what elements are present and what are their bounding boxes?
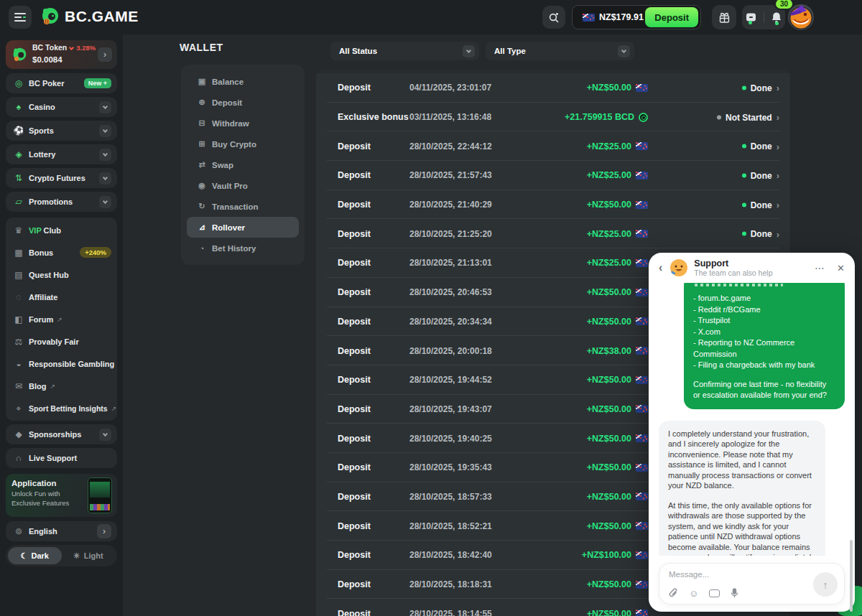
sun-icon: ☀ xyxy=(73,551,80,561)
transaction-status[interactable]: Done › xyxy=(742,170,779,181)
transaction-status[interactable]: Done › xyxy=(742,228,779,239)
transaction-amount: +NZ$50.00 xyxy=(587,404,648,414)
divider xyxy=(764,11,764,23)
transaction-status[interactable]: Not Started › xyxy=(717,112,779,123)
sidebar-item-quest-hub[interactable]: ▤ Quest Hub xyxy=(6,263,117,286)
transaction-row[interactable]: Deposit 04/11/2025, 23:01:07 +NZ$50.00 D… xyxy=(316,73,790,103)
sidebar-item-provably-fair[interactable]: ⚖ Provably Fair xyxy=(6,330,117,353)
transaction-row[interactable]: Deposit 28/10/2025, 21:57:43 +NZ$25.00 D… xyxy=(316,161,790,190)
transaction-type: Deposit xyxy=(338,521,371,531)
bell-icon[interactable] xyxy=(771,11,782,24)
gift-icon: ▦ xyxy=(11,248,26,258)
more-options-icon[interactable]: ⋯ xyxy=(815,262,825,274)
chevron-down-icon[interactable] xyxy=(99,149,111,161)
menu-icon[interactable] xyxy=(9,6,32,29)
sidebar-links-group: ♛ VIP Club ▦ Bonus +240% ▤ Quest Hub ◌ A… xyxy=(6,218,117,421)
sidebar-item-lottery[interactable]: ◈ Lottery xyxy=(6,144,117,164)
wallet-item-label: Bet History xyxy=(212,244,256,253)
deposit-button[interactable]: Deposit xyxy=(645,7,698,27)
transaction-amount: +NZ$50.00 xyxy=(587,317,648,327)
search-icon[interactable] xyxy=(542,6,565,29)
sidebar-item-sport-betting-insights[interactable]: ⌖ Sport Betting Insights ↗ xyxy=(6,397,117,419)
transaction-datetime: 28/10/2025, 20:00:18 xyxy=(409,346,492,356)
chevron-down-icon[interactable] xyxy=(99,196,111,208)
sidebar-item-casino[interactable]: ♠ Casino xyxy=(6,97,117,117)
status-label: Not Started xyxy=(726,112,772,122)
chevron-down-icon[interactable] xyxy=(99,125,111,137)
currency-icon xyxy=(636,142,648,150)
wallet-menu-item[interactable]: ⊿ Rollover xyxy=(187,217,299,238)
clipped-text-line xyxy=(695,284,783,286)
wallet-menu-item[interactable]: ⊟ Withdraw xyxy=(187,113,299,134)
transaction-row[interactable]: Deposit 28/10/2025, 21:25:20 +NZ$25.00 D… xyxy=(316,219,790,248)
wallet-item-icon: ◔ xyxy=(195,244,208,253)
chevron-right-icon: › xyxy=(777,200,779,210)
transaction-status[interactable]: Done › xyxy=(742,141,779,151)
transaction-row[interactable]: Deposit 28/10/2025, 22:44:12 +NZ$25.00 D… xyxy=(316,131,790,161)
status-filter-dropdown[interactable]: All Status xyxy=(330,42,479,60)
transaction-datetime: 28/10/2025, 18:14:55 xyxy=(409,609,492,616)
sidebar-item-sports[interactable]: ⚽ Sports xyxy=(6,121,117,141)
chevron-down-icon[interactable] xyxy=(99,101,111,113)
sidebar-item-live-support[interactable]: ∩ Live Support xyxy=(6,448,117,468)
currency-selector[interactable]: NZ$179.91 Deposit xyxy=(572,5,701,29)
wallet-menu-item[interactable]: ⊕ Deposit xyxy=(187,92,299,113)
wallet-menu-item[interactable]: ↻ Transaction xyxy=(187,196,299,217)
transaction-status[interactable]: Done › xyxy=(742,83,779,93)
sidebar-item-vip-club[interactable]: ♛ VIP Club xyxy=(6,219,117,241)
wallet-menu-item[interactable]: ⇄ Swap xyxy=(187,154,299,175)
chevron-right-icon[interactable]: › xyxy=(97,524,111,538)
chevron-down-icon[interactable] xyxy=(99,172,111,185)
transaction-amount: +NZ$50.00 xyxy=(587,492,648,502)
transaction-amount: +NZ$38.00 xyxy=(587,346,648,356)
wallet-menu-item[interactable]: ▣ Balance xyxy=(187,71,299,92)
type-filter-dropdown[interactable]: All Type xyxy=(486,42,634,60)
sidebar-item-responsible-gambling[interactable]: ◒ Responsible Gambling xyxy=(6,353,117,375)
transaction-row[interactable]: Exclusive bonus 03/11/2025, 13:16:48 +21… xyxy=(316,103,790,132)
transaction-type: Deposit xyxy=(338,170,371,180)
send-icon[interactable]: ↑ xyxy=(813,572,838,597)
application-promo-card[interactable]: Application Unlock Fun withExclusive Fea… xyxy=(6,474,117,517)
language-selector[interactable]: ⊚ English › xyxy=(6,521,117,541)
wallet-menu-item[interactable]: ⊞ Buy Crypto xyxy=(187,134,299,154)
chevron-down-icon[interactable] xyxy=(99,429,111,441)
chevron-right-icon: › xyxy=(777,228,779,239)
theme-dark-button[interactable]: ☾ Dark xyxy=(8,547,62,564)
message-input[interactable] xyxy=(669,570,801,579)
chat-message-icon[interactable] xyxy=(745,11,757,24)
wallet-menu-item[interactable]: ◉ Vault Pro xyxy=(187,175,299,196)
sidebar-item-forum[interactable]: ◧ Forum ↗ xyxy=(6,308,117,330)
user-message-line: - forum.bc.game xyxy=(693,293,835,304)
chat-scrollbar[interactable] xyxy=(850,540,853,612)
attachment-icon[interactable] xyxy=(669,588,678,598)
wallet-item-label: Vault Pro xyxy=(212,182,248,190)
wallet-item-icon: ↻ xyxy=(195,202,208,211)
wallet-title: WALLET xyxy=(180,42,223,53)
transaction-amount: +NZ$50.00 xyxy=(587,200,648,210)
wallet-menu-item[interactable]: ◔ Bet History xyxy=(187,238,299,258)
sidebar-item-crypto-futures[interactable]: ⇅ Crypto Futures xyxy=(6,168,117,188)
theme-light-button[interactable]: ☀ Light xyxy=(62,547,116,564)
emoji-icon[interactable]: ☺ xyxy=(689,589,698,598)
rewards-gift-icon[interactable] xyxy=(712,5,736,29)
gif-icon[interactable] xyxy=(709,589,720,597)
sidebar-item-blog[interactable]: ✉ Blog ↗ xyxy=(6,375,117,397)
sidebar-item-affiliate[interactable]: ◌ Affiliate xyxy=(6,286,117,308)
sidebar-item-promotions[interactable]: ▱ Promotions xyxy=(6,192,117,212)
transaction-type: Deposit xyxy=(338,83,371,93)
brand-logo[interactable]: BC.GAME xyxy=(40,6,139,26)
chat-messages[interactable]: - forum.bc.game- Reddit r/BCGame- Trustp… xyxy=(649,283,855,556)
sidebar-item-bonus[interactable]: ▦ Bonus +240% xyxy=(6,241,117,263)
close-icon[interactable]: ✕ xyxy=(837,263,845,274)
sidebar-item-bc-poker[interactable]: ◎ BC Poker New + xyxy=(6,73,117,93)
transaction-type: Deposit xyxy=(338,404,371,414)
microphone-icon[interactable] xyxy=(731,588,738,598)
sidebar-item-sponsorships[interactable]: ◆ Sponsorships xyxy=(6,424,117,444)
transaction-status[interactable]: Done › xyxy=(742,200,779,210)
transaction-amount: +NZ$25.00 xyxy=(587,229,648,239)
back-icon[interactable]: ‹ xyxy=(659,261,662,274)
provably-fair-icon: ⚖ xyxy=(11,337,26,347)
chevron-right-icon[interactable]: › xyxy=(98,47,112,62)
sidebar-item-bc-token[interactable]: BC Token 3.28% $0.0084 › xyxy=(6,40,117,69)
transaction-row[interactable]: Deposit 28/10/2025, 21:40:29 +NZ$50.00 D… xyxy=(316,190,790,220)
